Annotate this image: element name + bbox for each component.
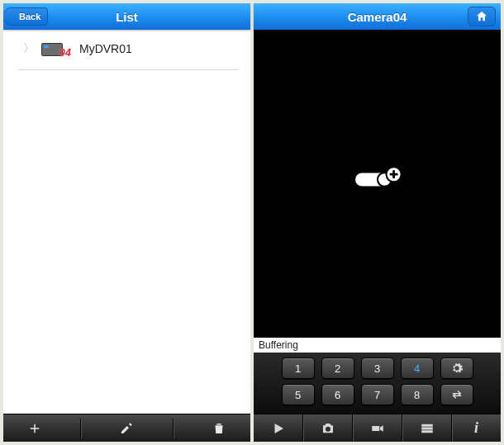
channel-key-1[interactable]: 1 [282,357,315,379]
snapshot-button[interactable] [302,414,352,442]
chevron-right-icon: 〉 [23,41,35,56]
right-header: Camera04 [254,3,501,30]
swap-icon [450,388,464,401]
keypad-settings-button[interactable] [440,357,473,379]
channel-key-5[interactable]: 5 [282,384,315,405]
dvr-icon: 04 [41,40,71,58]
status-text: Buffering [254,338,501,353]
list-item-label: MyDVR01 [79,42,132,55]
record-button[interactable] [352,414,402,442]
right-title: Camera04 [254,10,501,24]
right-toolbar: i [254,414,501,442]
device-list: 〉 04 MyDVR01 [3,30,250,414]
channel-key-6[interactable]: 6 [321,384,354,405]
gear-icon [450,362,464,375]
info-button[interactable]: i [451,414,501,442]
sliders-icon [419,421,435,436]
delete-button[interactable] [202,419,235,438]
camcorder-icon [369,421,386,436]
edit-icon [119,421,134,436]
home-button[interactable] [468,7,496,26]
camera-icon [320,421,336,436]
keypad-swap-button[interactable] [440,384,473,405]
channel-key-4[interactable]: 4 [401,357,434,379]
play-icon [270,421,287,436]
back-label: Back [19,12,40,21]
info-icon: i [474,419,478,437]
channel-key-2[interactable]: 2 [321,357,354,379]
left-toolbar [3,414,250,442]
edit-button[interactable] [110,419,143,438]
play-button[interactable] [254,414,302,442]
list-item[interactable]: 〉 04 MyDVR01 [18,30,239,70]
video-area[interactable] [254,30,501,338]
camera-view-pane: Camera04 Buffering 1 2 [252,3,501,442]
settings-button[interactable] [402,414,451,442]
channel-key-7[interactable]: 7 [361,384,394,405]
device-list-pane: Back List 〉 04 MyDVR01 [3,3,252,442]
back-button[interactable]: Back [7,7,48,26]
plus-icon [27,421,42,436]
channel-keypad: 1 2 3 4 5 6 7 8 [254,353,501,414]
add-camera-icon [349,159,407,209]
left-header: Back List [3,3,250,30]
home-icon [475,10,488,23]
trash-icon [212,421,226,436]
dvr-badge: 04 [59,46,71,59]
channel-key-8[interactable]: 8 [401,384,434,405]
channel-key-3[interactable]: 3 [361,357,394,379]
add-button[interactable] [18,419,51,438]
